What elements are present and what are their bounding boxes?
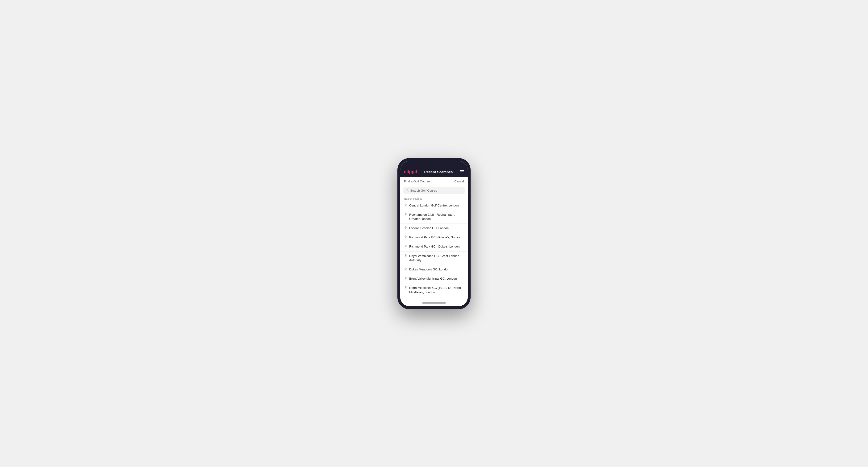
home-indicator [400, 300, 468, 306]
hamburger-line-2 [460, 172, 464, 172]
course-item[interactable]: Royal Wimbledon GC, Great London Authori… [400, 252, 468, 265]
nav-title: Recent Searches [424, 170, 453, 174]
hamburger-line-3 [460, 173, 464, 173]
search-icon [405, 189, 409, 192]
search-box[interactable] [403, 187, 465, 194]
course-name: London Scottish GC, London [409, 226, 448, 230]
phone-screen: clippd Recent Searches Find a Golf Cours… [400, 161, 468, 306]
course-item[interactable]: Brent Valley Municipal GC, London [400, 274, 468, 283]
course-name: Central London Golf Centre, London [409, 204, 459, 208]
course-name: Richmond Park GC - Duke's, London [409, 245, 460, 249]
cancel-button[interactable]: Cancel [455, 180, 464, 183]
course-item[interactable]: Coombe Hill GC, Kingston upon Thames [400, 297, 468, 300]
home-bar [422, 303, 446, 304]
location-pin-icon [404, 213, 407, 216]
search-container [400, 185, 468, 196]
course-name: Brent Valley Municipal GC, London [409, 277, 457, 281]
find-bar: Find a Golf Course Cancel [400, 177, 468, 185]
hamburger-line-1 [460, 170, 464, 171]
course-name: Dukes Meadows GC, London [409, 268, 450, 272]
course-name: Royal Wimbledon GC, Great London Authori… [409, 254, 464, 262]
search-input[interactable] [410, 189, 463, 192]
app-logo: clippd [404, 169, 417, 175]
course-list: Central London Golf Centre, London Roeha… [400, 201, 468, 300]
course-name: North Middlesex GC (1011942 - North Midd… [409, 286, 464, 294]
nearby-courses-label: Nearby courses [400, 196, 468, 201]
course-item[interactable]: Dukes Meadows GC, London [400, 265, 468, 274]
phone-device: clippd Recent Searches Find a Golf Cours… [397, 158, 471, 309]
course-item[interactable]: Richmond Park GC - Duke's, London [400, 242, 468, 251]
course-name: Richmond Park GC - Prince's, Surrey [409, 235, 460, 240]
location-pin-icon [404, 245, 407, 248]
location-pin-icon [404, 286, 407, 289]
course-item[interactable]: Richmond Park GC - Prince's, Surrey [400, 233, 468, 242]
location-pin-icon [404, 277, 407, 280]
location-pin-icon [404, 226, 407, 229]
content-area: Find a Golf Course Cancel Nearby courses [400, 177, 468, 300]
hamburger-menu-button[interactable] [460, 170, 464, 173]
top-nav: clippd Recent Searches [400, 167, 468, 177]
location-pin-icon [404, 204, 407, 207]
course-item[interactable]: North Middlesex GC (1011942 - North Midd… [400, 283, 468, 297]
status-bar [400, 161, 468, 167]
svg-line-1 [408, 191, 408, 192]
course-item[interactable]: Roehampton Club - Roehampton, Greater Lo… [400, 210, 468, 224]
find-label: Find a Golf Course [404, 180, 430, 183]
course-item[interactable]: London Scottish GC, London [400, 224, 468, 233]
location-pin-icon [404, 236, 407, 239]
course-item[interactable]: Central London Golf Centre, London [400, 201, 468, 210]
course-name: Roehampton Club - Roehampton, Greater Lo… [409, 213, 464, 221]
location-pin-icon [404, 268, 407, 271]
location-pin-icon [404, 254, 407, 257]
